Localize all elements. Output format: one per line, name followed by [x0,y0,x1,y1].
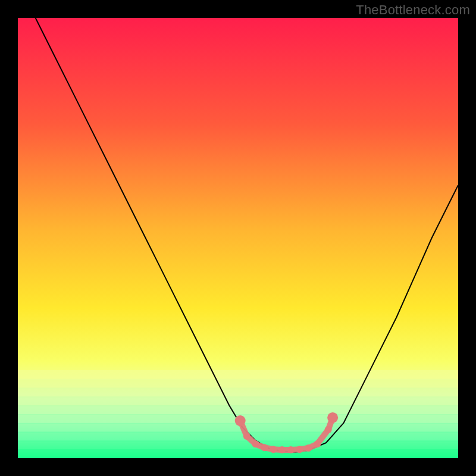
svg-point-13 [261,444,268,451]
svg-point-12 [252,440,259,447]
svg-rect-9 [18,449,458,458]
chart-frame: TheBottleneck.com [0,0,476,476]
green-band-stripes [18,370,458,458]
svg-rect-3 [18,396,458,406]
svg-rect-8 [18,440,458,450]
svg-point-11 [243,433,250,440]
svg-point-17 [296,446,303,453]
svg-rect-0 [18,370,458,380]
svg-point-15 [278,446,286,453]
svg-point-16 [287,446,295,453]
svg-point-21 [327,412,338,423]
watermark-text: TheBottleneck.com [356,2,470,18]
plot-area [18,18,458,458]
svg-rect-7 [18,432,458,441]
svg-rect-4 [18,405,458,415]
svg-point-18 [305,444,312,452]
svg-rect-2 [18,388,458,397]
svg-point-19 [314,440,321,447]
svg-point-14 [270,446,277,453]
svg-rect-1 [18,379,458,389]
bottleneck-chart [18,18,458,458]
svg-point-20 [325,426,332,433]
svg-point-10 [235,415,246,426]
